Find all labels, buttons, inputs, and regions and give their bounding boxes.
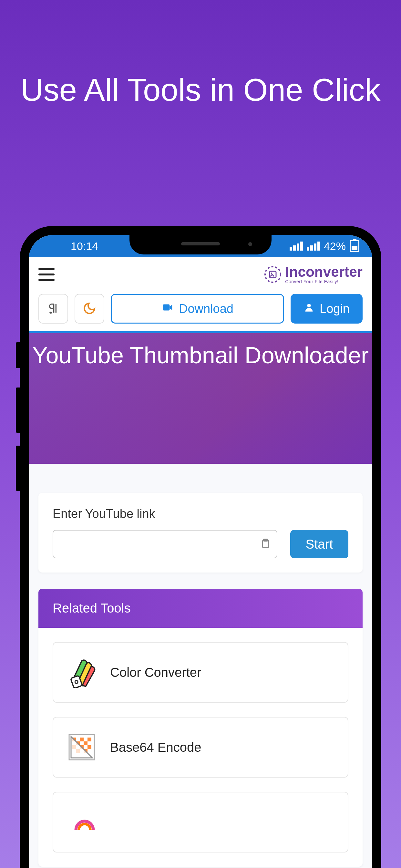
pilcrow-icon <box>47 302 60 316</box>
svg-point-2 <box>271 273 272 274</box>
content-area: Enter YouTube link Start <box>29 464 372 868</box>
text-direction-button[interactable] <box>38 294 68 323</box>
tool-item-color-converter[interactable]: Color Converter <box>53 642 348 703</box>
tool-label: Base64 Encode <box>110 740 201 755</box>
brand-mark-icon <box>264 266 282 283</box>
toolbar: Download Login <box>29 292 372 331</box>
svg-point-4 <box>307 304 311 307</box>
checker-icon <box>66 732 97 763</box>
svg-rect-11 <box>80 738 84 741</box>
battery-icon <box>350 240 359 252</box>
svg-rect-12 <box>88 738 91 741</box>
signal-icon <box>289 242 303 251</box>
status-time: 10:14 <box>71 240 98 252</box>
brand-tagline: Convert Your File Easily! <box>285 279 363 284</box>
battery-text: 42% <box>324 240 346 252</box>
brand-name: Inconverter <box>285 265 363 279</box>
tool-item-base64-encode[interactable]: Base64 Encode <box>53 717 348 778</box>
status-right: 42% <box>289 240 359 252</box>
dark-mode-button[interactable] <box>74 294 104 323</box>
hero-title: YouTube Thumbnail Downloader <box>32 340 369 371</box>
promo-heading: Use All Tools in One Click <box>0 0 401 109</box>
svg-rect-17 <box>88 745 91 749</box>
brand-logo[interactable]: Inconverter Convert Your File Easily! <box>264 265 363 284</box>
svg-point-8 <box>74 680 79 684</box>
svg-rect-14 <box>84 741 88 745</box>
phone-screen: 10:14 42% <box>29 235 372 868</box>
phone-side-button <box>16 342 20 368</box>
download-button-label: Download <box>179 302 234 316</box>
video-icon <box>161 301 174 316</box>
related-tools-heading: Related Tools <box>38 589 363 628</box>
input-label: Enter YouTube link <box>53 507 348 521</box>
tool-item-partial[interactable] <box>53 792 348 852</box>
hero-banner: YouTube Thumbnail Downloader <box>29 331 372 464</box>
login-button-label: Login <box>320 302 350 316</box>
moon-icon <box>83 302 96 316</box>
palette-icon <box>66 657 97 688</box>
phone-frame: 10:14 42% <box>20 226 381 868</box>
menu-button[interactable] <box>38 268 55 281</box>
phone-notch <box>129 235 272 254</box>
unknown-icon <box>66 807 97 838</box>
related-tools-card: Related Tools <box>38 589 363 867</box>
login-button[interactable]: Login <box>290 294 363 323</box>
app-header: Inconverter Convert Your File Easily! <box>29 257 372 292</box>
phone-side-button <box>16 388 20 433</box>
start-button[interactable]: Start <box>290 530 348 558</box>
tool-label: Color Converter <box>110 665 201 680</box>
youtube-link-input[interactable] <box>53 530 277 558</box>
phone-side-button <box>16 445 20 491</box>
svg-rect-3 <box>163 304 170 310</box>
user-icon <box>304 302 314 316</box>
input-card: Enter YouTube link Start <box>38 493 363 572</box>
wifi-icon <box>307 242 320 251</box>
clipboard-icon[interactable] <box>259 538 271 551</box>
download-button[interactable]: Download <box>111 294 284 323</box>
